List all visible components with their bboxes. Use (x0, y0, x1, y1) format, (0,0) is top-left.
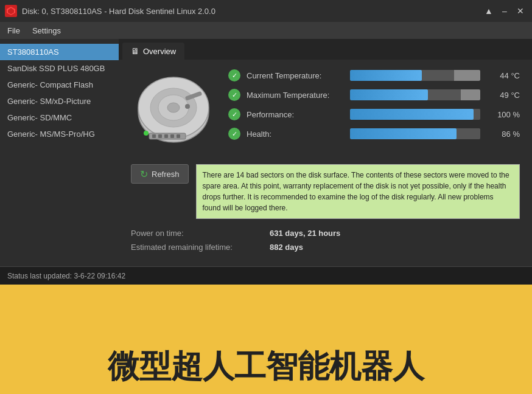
sidebar-item-1[interactable]: SanDisk SSD PLUS 480GB (0, 60, 119, 77)
power-row-0: Power on time: 631 days, 21 hours (131, 229, 520, 238)
minimize-button[interactable]: – (498, 4, 511, 18)
power-label-0: Power on time: (131, 229, 265, 238)
menu-settings[interactable]: Settings (27, 25, 66, 36)
stat-bar-gray-1 (461, 89, 480, 100)
sidebar-item-3[interactable]: Generic- SM/xD-Picture (0, 93, 119, 109)
stat-label-3: Health: (247, 130, 344, 139)
app-icon (5, 5, 17, 17)
power-value-0: 631 days, 21 hours (270, 229, 340, 238)
disk-image (131, 69, 216, 154)
application-window: Disk: 0, ST3808110AS - Hard Disk Sentine… (0, 0, 532, 339)
top-section: ✓ Current Temperature: 44 °C ✓ Maximum T… (131, 69, 520, 154)
bottom-section: ↻ Refresh There are 14 bad sectors on th… (131, 164, 520, 219)
close-button[interactable]: ✕ (514, 4, 527, 18)
title-bar-left: Disk: 0, ST3808110AS - Hard Disk Sentine… (5, 5, 215, 17)
tab-overview[interactable]: 🖥 Overview (122, 43, 184, 60)
stat-row-2: ✓ Performance: 100 % (228, 108, 520, 120)
svg-point-10 (144, 131, 149, 136)
info-box: There are 14 bad sectors on the disk sur… (196, 164, 520, 219)
stat-label-0: Current Temperature: (247, 71, 344, 80)
svg-rect-14 (164, 134, 168, 138)
title-bar: Disk: 0, ST3808110AS - Hard Disk Sentine… (0, 0, 532, 22)
svg-rect-16 (177, 134, 180, 138)
status-text: Status last updated: 3-6-22 09:16:42 (7, 272, 125, 280)
svg-rect-13 (158, 134, 162, 138)
stat-check-3: ✓ (228, 128, 240, 140)
stat-row-1: ✓ Maximum Temperature: 49 °C (228, 89, 520, 101)
stat-row-3: ✓ Health: 86 % (228, 128, 520, 140)
tab-bar: 🖥 Overview (119, 39, 532, 60)
hdd-illustration (134, 72, 213, 151)
svg-rect-12 (152, 134, 156, 138)
stat-label-2: Performance: (247, 110, 344, 119)
power-label-1: Estimated remaining lifetime: (131, 243, 265, 252)
sidebar: ST3808110AS SanDisk SSD PLUS 480GB Gener… (0, 39, 119, 266)
refresh-icon: ↻ (140, 168, 148, 180)
stat-value-2: 100 % (486, 110, 520, 119)
sidebar-item-5[interactable]: Generic- MS/MS-Pro/HG (0, 126, 119, 142)
stat-value-0: 44 °C (486, 71, 520, 80)
overview-tab-icon: 🖥 (131, 46, 139, 56)
stat-bar-fill-1 (350, 89, 428, 100)
overview-panel: ✓ Current Temperature: 44 °C ✓ Maximum T… (119, 60, 532, 266)
stat-row-0: ✓ Current Temperature: 44 °C (228, 69, 520, 81)
power-section: Power on time: 631 days, 21 hours Estima… (131, 229, 520, 252)
stat-bar-fill-3 (350, 128, 457, 139)
menu-bar: File Settings (0, 22, 532, 39)
banner-text: 微型超人工智能机器人 (108, 345, 424, 388)
sidebar-item-4[interactable]: Generic- SD/MMC (0, 109, 119, 126)
sidebar-item-0[interactable]: ST3808110AS (0, 44, 119, 60)
bottom-banner: 微型超人工智能机器人 (0, 339, 532, 394)
stat-bar-0 (350, 70, 480, 81)
stat-bar-3 (350, 128, 480, 139)
svg-point-7 (167, 103, 180, 112)
stat-check-1: ✓ (228, 89, 240, 101)
window-controls: ▲ – ✕ (482, 4, 527, 18)
power-row-1: Estimated remaining lifetime: 882 days (131, 243, 520, 252)
refresh-label: Refresh (152, 170, 180, 179)
stat-bar-gray-0 (454, 70, 480, 81)
stat-bar-1 (350, 89, 480, 100)
app-body: ST3808110AS SanDisk SSD PLUS 480GB Gener… (0, 39, 532, 266)
status-bar: Status last updated: 3-6-22 09:16:42 (0, 266, 532, 285)
stats-grid: ✓ Current Temperature: 44 °C ✓ Maximum T… (228, 69, 520, 140)
stat-bar-2 (350, 109, 480, 120)
stat-label-1: Maximum Temperature: (247, 91, 344, 100)
stat-check-0: ✓ (228, 69, 240, 81)
stat-bar-fill-0 (350, 70, 422, 81)
power-value-1: 882 days (270, 243, 303, 252)
tab-overview-label: Overview (143, 47, 176, 56)
stat-value-1: 49 °C (486, 91, 520, 100)
refresh-button[interactable]: ↻ Refresh (131, 164, 189, 184)
svg-point-9 (185, 104, 190, 109)
svg-rect-15 (170, 134, 174, 138)
stat-bar-fill-2 (350, 109, 474, 120)
window-title: Disk: 0, ST3808110AS - Hard Disk Sentine… (22, 7, 215, 16)
menu-file[interactable]: File (2, 25, 25, 36)
sidebar-item-2[interactable]: Generic- Compact Flash (0, 77, 119, 93)
stat-check-2: ✓ (228, 108, 240, 120)
stat-value-3: 86 % (486, 130, 520, 139)
maximize-button[interactable]: ▲ (482, 4, 495, 18)
content-area: 🖥 Overview (119, 39, 532, 266)
